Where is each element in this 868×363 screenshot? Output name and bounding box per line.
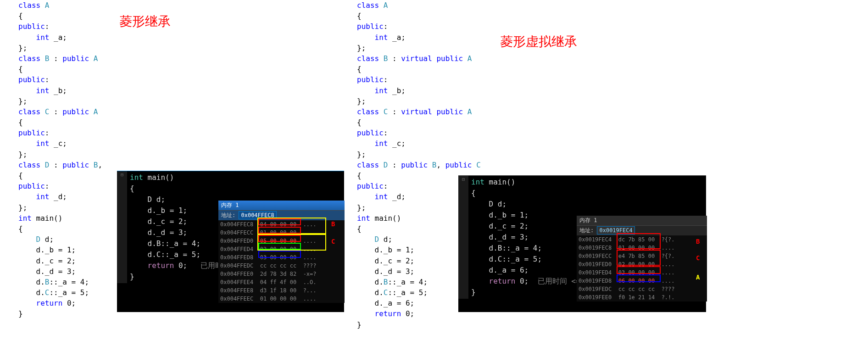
memory-address-input[interactable]: 0x0019FEC4 — [597, 226, 634, 235]
left-source-code: class A{public: int _a;};class B : publi… — [18, 0, 107, 319]
memory-window-title[interactable]: 内存 1 — [577, 216, 707, 225]
memory-window-title[interactable]: 内存 1 — [218, 201, 345, 210]
memory-address-bar: 地址: 0x004FFEC8 — [218, 210, 345, 220]
memory-label-A-r: A — [696, 274, 700, 281]
memory-dump: 0x004FFEC8 04 00 00 00 ....0x004FFECC 01… — [218, 220, 345, 303]
memory-label-C-r: C — [696, 254, 700, 262]
gutter: ⊟ — [458, 176, 468, 299]
memory-label-B-r: B — [696, 238, 700, 245]
virtual-inheritance-title: 菱形虚拟继承 — [500, 33, 577, 50]
left-memory-window[interactable]: 内存 1 地址: 0x004FFEC8 0x004FFEC8 04 00 00 … — [218, 201, 345, 303]
gutter: ⊟ — [117, 171, 127, 283]
left-debug-code: int main(){ D d; d._b = 1; d._c = 2; d._… — [127, 171, 233, 283]
memory-address-input[interactable]: 0x004FFEC8 — [239, 211, 276, 219]
memory-label-C: C — [331, 238, 335, 245]
memory-label-B: B — [331, 220, 335, 228]
diamond-inheritance-title: 菱形继承 — [119, 13, 171, 30]
right-memory-window[interactable]: 内存 1 地址: 0x0019FEC4 0x0019FEC4 dc 7b 85 … — [577, 216, 707, 302]
memory-address-bar: 地址: 0x0019FEC4 — [577, 225, 707, 235]
memory-dump: 0x0019FEC4 dc 7b 85 00 ?{?.0x0019FEC8 01… — [577, 235, 707, 302]
